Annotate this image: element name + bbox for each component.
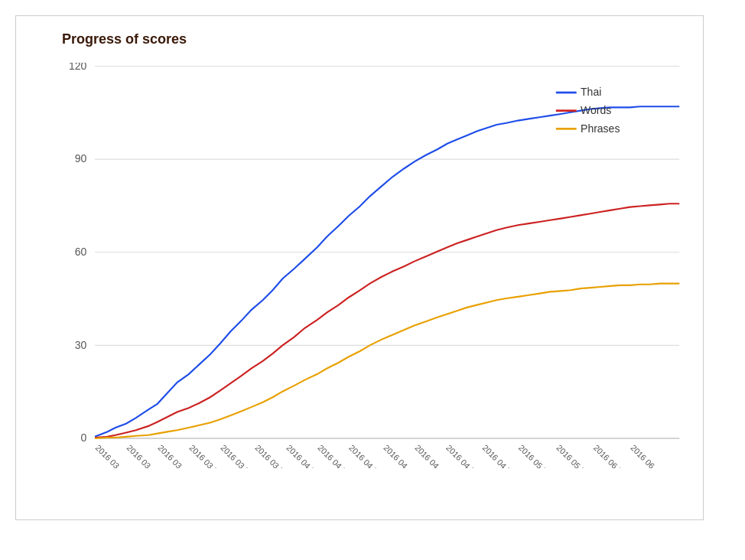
svg-text:60: 60 xyxy=(75,246,87,258)
svg-text:2016 04 06: 2016 04 06 xyxy=(347,443,383,468)
svg-text:2016 04 26: 2016 04 26 xyxy=(481,443,517,468)
phrases-line xyxy=(95,284,679,438)
chart-title: Progress of scores xyxy=(62,31,688,47)
svg-text:2016 03 23: 2016 03 23 xyxy=(187,443,223,468)
svg-text:30: 30 xyxy=(75,339,87,351)
svg-text:2016 05 29: 2016 05 29 xyxy=(555,443,590,468)
svg-text:2016 03 30: 2016 03 30 xyxy=(253,443,289,468)
svg-text:2016 04 21: 2016 04 21 xyxy=(444,443,480,468)
svg-text:2016 04 18: 2016 04 18 xyxy=(413,443,449,468)
svg-text:120: 120 xyxy=(69,63,87,72)
svg-text:2016 05 02: 2016 05 02 xyxy=(517,443,553,468)
legend-phrases-label: Phrases xyxy=(581,122,620,135)
chart-svg: 0 30 60 90 120 2016 03 16 2016 03 18 201… xyxy=(62,63,688,468)
legend-thai-label: Thai xyxy=(581,86,601,98)
thai-line xyxy=(95,106,679,437)
svg-text:0: 0 xyxy=(81,431,87,444)
svg-text:2016 03 18: 2016 03 18 xyxy=(156,443,192,468)
legend-words-label: Words xyxy=(581,104,611,116)
chart-container: Progress of scores 0 30 60 90 120 2016 0… xyxy=(15,15,704,520)
svg-text:90: 90 xyxy=(75,152,87,164)
svg-text:2016 04 17: 2016 04 17 xyxy=(382,443,418,468)
chart-area: 0 30 60 90 120 2016 03 16 2016 03 18 201… xyxy=(62,63,688,468)
legend: Thai Words Phrases xyxy=(556,86,620,134)
svg-text:2016 03 25: 2016 03 25 xyxy=(219,443,255,468)
svg-text:2016 03 18: 2016 03 18 xyxy=(125,443,161,468)
svg-text:2016 03 16: 2016 03 16 xyxy=(94,443,130,468)
svg-text:2016 04 01: 2016 04 01 xyxy=(285,443,320,468)
words-line xyxy=(95,203,679,438)
svg-text:2016 06 17: 2016 06 17 xyxy=(629,443,665,468)
svg-text:2016 06 07: 2016 06 07 xyxy=(592,443,628,468)
svg-text:2016 04 04: 2016 04 04 xyxy=(316,443,352,468)
